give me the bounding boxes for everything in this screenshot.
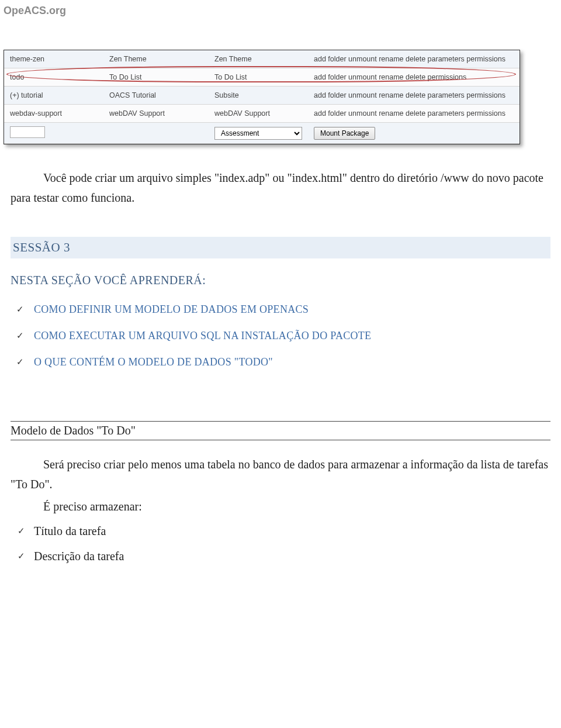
cell-path[interactable]: (+) tutorial — [4, 87, 103, 105]
session-heading: SESSÃO 3 — [11, 237, 550, 258]
cell-name: webDAV Support — [103, 105, 209, 123]
intro-paragraph: Você pode criar um arquivo simples "inde… — [11, 168, 550, 208]
store-list: Título da tarefa Descrição da tarefa — [11, 525, 550, 563]
package-select[interactable]: Assessment — [214, 127, 302, 140]
table-row: todo To Do List To Do List add folder un… — [4, 68, 520, 87]
cell-path[interactable]: webdav-support — [4, 105, 103, 123]
cell-actions[interactable]: add folder unmount rename delete permiss… — [308, 68, 520, 87]
table-row: (+) tutorial OACS Tutorial Subsite add f… — [4, 87, 520, 105]
mount-package-button[interactable]: Mount Package — [314, 127, 375, 140]
table-row: theme-zen Zen Theme Zen Theme add folder… — [4, 50, 520, 68]
goal-item: COMO EXECUTAR UM ARQUIVO SQL NA INSTALAÇ… — [34, 330, 550, 342]
table-row: webdav-support webDAV Support webDAV Sup… — [4, 105, 520, 123]
controls-row: Assessment Mount Package — [4, 123, 520, 144]
cell-type: Zen Theme — [209, 50, 308, 68]
cell-name: To Do List — [103, 68, 209, 87]
cell-name: OACS Tutorial — [103, 87, 209, 105]
path-input[interactable] — [10, 126, 45, 138]
section-paragraph: Será preciso criar pelo menos uma tabela… — [11, 454, 550, 494]
list-item: Descrição da tarefa — [34, 550, 550, 563]
cell-type: Subsite — [209, 87, 308, 105]
site-title: OpeACS.org — [0, 0, 561, 17]
cell-name: Zen Theme — [103, 50, 209, 68]
goal-item: COMO DEFINIR UM MODELO DE DADOS EM OPENA… — [34, 303, 550, 316]
list-item: Título da tarefa — [34, 525, 550, 538]
cell-actions[interactable]: add folder unmount rename delete paramet… — [308, 87, 520, 105]
cell-actions[interactable]: add folder unmount rename delete paramet… — [308, 105, 520, 123]
session-subheading: NESTA SEÇÃO VOCÊ APRENDERÁ: — [11, 274, 550, 287]
goals-list: COMO DEFINIR UM MODELO DE DADOS EM OPENA… — [11, 303, 550, 368]
goal-item: O QUE CONTÉM O MODELO DE DADOS "TODO" — [34, 356, 550, 368]
cell-type: To Do List — [209, 68, 308, 87]
packages-table: theme-zen Zen Theme Zen Theme add folder… — [4, 50, 520, 144]
cell-path[interactable]: todo — [4, 68, 103, 87]
section-paragraph: É preciso armazenar: — [11, 496, 550, 516]
section-title: Modelo de Dados "To Do" — [11, 421, 550, 440]
cell-actions[interactable]: add folder unmount rename delete paramet… — [308, 50, 520, 68]
cell-type: webDAV Support — [209, 105, 308, 123]
cell-path[interactable]: theme-zen — [4, 50, 103, 68]
admin-screenshot: theme-zen Zen Theme Zen Theme add folder… — [4, 50, 520, 144]
